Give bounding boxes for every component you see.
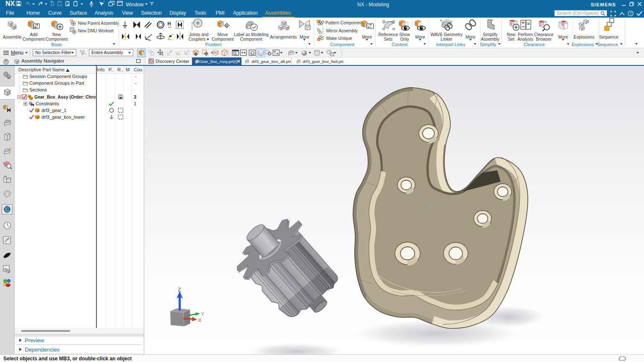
svg-text:?: ? xyxy=(629,11,631,16)
svg-text:i: i xyxy=(6,191,8,196)
svg-text:Z: Z xyxy=(178,286,181,293)
svg-text:Y: Y xyxy=(201,311,205,317)
svg-text:X: X xyxy=(198,317,202,323)
